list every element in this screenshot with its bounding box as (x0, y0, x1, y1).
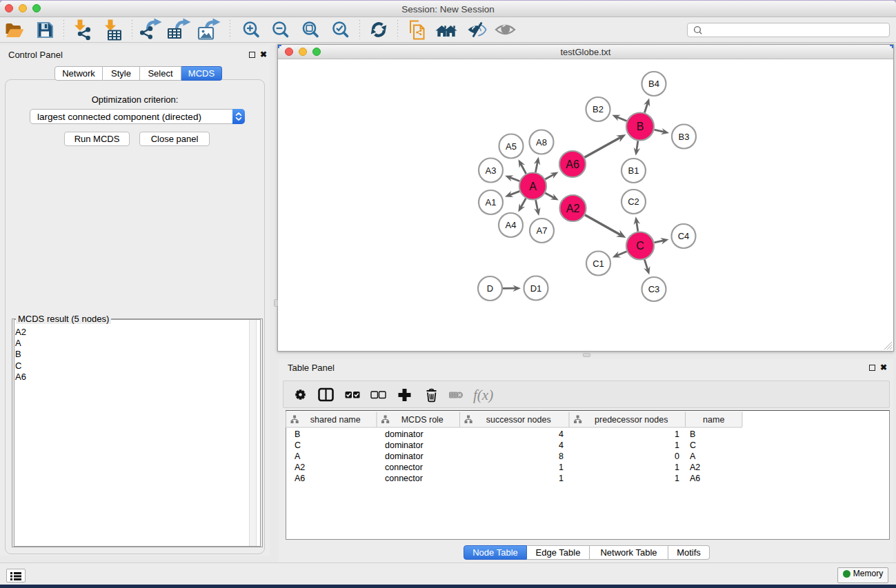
svg-text:A: A (690, 452, 696, 461)
svg-text:A6: A6 (295, 474, 305, 483)
svg-text:dominator: dominator (385, 429, 424, 439)
svg-text:dominator: dominator (385, 452, 424, 461)
svg-text:C: C (690, 440, 696, 450)
svg-text:4: 4 (559, 440, 564, 450)
svg-text:1: 1 (559, 474, 564, 483)
svg-text:C: C (295, 440, 301, 450)
svg-text:predecessor nodes: predecessor nodes (595, 415, 668, 425)
svg-text:A2: A2 (690, 463, 700, 472)
svg-text:connector: connector (385, 474, 423, 483)
svg-text:dominator: dominator (385, 440, 424, 450)
svg-text:1: 1 (675, 429, 679, 439)
svg-text:0: 0 (675, 452, 679, 461)
svg-text:f(x): f(x) (473, 387, 493, 403)
svg-text:1: 1 (675, 440, 679, 450)
svg-text:A: A (295, 452, 301, 461)
svg-text:1: 1 (675, 463, 679, 472)
svg-text:MCDS role: MCDS role (401, 415, 444, 425)
svg-text:A6: A6 (690, 474, 700, 483)
svg-text:4: 4 (559, 429, 564, 439)
svg-text:1: 1 (559, 463, 564, 472)
svg-text:successor nodes: successor nodes (486, 415, 551, 425)
svg-text:A2: A2 (295, 463, 305, 472)
svg-text:shared name: shared name (310, 415, 361, 425)
svg-text:1: 1 (675, 474, 679, 483)
svg-text:B: B (295, 429, 300, 439)
svg-text:8: 8 (559, 452, 564, 461)
svg-text:B: B (690, 429, 695, 439)
svg-text:connector: connector (385, 463, 423, 472)
svg-text:name: name (703, 415, 724, 425)
